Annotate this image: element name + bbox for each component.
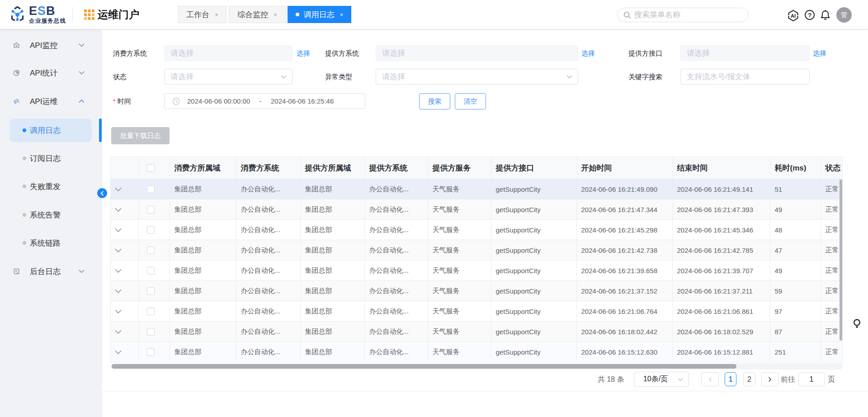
pagination-page-1[interactable]: 1 [725, 372, 736, 386]
sidebar-subitem-subscribe-logs[interactable]: 订阅日志 [0, 147, 102, 170]
vertical-scrollbar[interactable] [840, 180, 842, 341]
tab-close-icon[interactable]: × [215, 11, 218, 18]
table-row[interactable]: 集团总部 办公自动化... 集团总部 办公自动化... 天气服务 getSupp… [111, 281, 843, 301]
horizontal-scrollbar[interactable] [112, 364, 736, 369]
cell-provider-domain: 集团总部 [300, 220, 364, 240]
expand-chevron-icon[interactable] [115, 187, 122, 192]
expand-cell[interactable] [111, 261, 138, 281]
select-cell[interactable] [138, 199, 170, 220]
select-cell[interactable] [138, 322, 170, 342]
sidebar-collapse-button[interactable] [97, 188, 107, 198]
sidebar-item-api-monitor[interactable]: API监控 [0, 36, 102, 54]
tab-close-icon[interactable]: × [274, 11, 277, 18]
provider-system-select-link[interactable]: 选择 [581, 45, 595, 61]
clear-button[interactable]: 清空 [455, 93, 486, 109]
select-cell[interactable] [138, 261, 170, 281]
cell-provider-domain: 集团总部 [300, 240, 364, 261]
menu-search-input[interactable] [634, 10, 738, 19]
expand-cell[interactable] [111, 342, 138, 362]
sidebar-item-api-stats[interactable]: API统计 [0, 64, 102, 82]
table-row[interactable]: 集团总部 办公自动化... 集团总部 办公自动化... 天气服务 getSupp… [111, 342, 843, 362]
keyword-input[interactable]: 支持流水号/报文体 [680, 69, 810, 85]
expand-chevron-icon[interactable] [115, 228, 122, 232]
table-row[interactable]: 集团总部 办公自动化... 集团总部 办公自动化... 天气服务 getSupp… [111, 322, 843, 342]
expand-chevron-icon[interactable] [115, 309, 122, 314]
help-icon[interactable]: ? [804, 9, 815, 20]
expand-chevron-icon[interactable] [115, 330, 122, 334]
tab-monitoring[interactable]: 综合监控 × [229, 6, 286, 23]
status-select[interactable]: 请选择 [164, 69, 292, 85]
sidebar-subitem-system-alerts[interactable]: 系统告警 [0, 203, 102, 227]
time-range-picker[interactable]: 2024-06-06 00:00:00 - 2024-06-06 16:25:4… [164, 93, 365, 109]
table-row[interactable]: 集团总部 办公自动化... 集团总部 办公自动化... 天气服务 getSupp… [111, 220, 843, 240]
menu-search[interactable] [617, 8, 749, 22]
select-all-checkbox[interactable] [147, 164, 155, 172]
provider-interface-input[interactable]: 请选择 [680, 45, 810, 61]
expand-cell[interactable] [111, 199, 138, 220]
cell-provider-system: 办公自动化... [364, 342, 428, 362]
sidebar-subitem-call-logs[interactable]: 调用日志 [9, 118, 92, 142]
pagination-page-2[interactable]: 2 [743, 372, 755, 386]
exception-type-select[interactable]: 请选择 [376, 69, 578, 85]
table-row[interactable]: 集团总部 办公自动化... 集团总部 办公自动化... 天气服务 getSupp… [111, 261, 843, 281]
row-checkbox[interactable] [147, 308, 155, 315]
row-checkbox[interactable] [147, 348, 155, 356]
cell-duration: 49 [770, 261, 821, 281]
tab-workbench[interactable]: 工作台 × [178, 6, 226, 23]
table-row[interactable]: 集团总部 办公自动化... 集团总部 办公自动化... 天气服务 getSupp… [111, 179, 843, 199]
pagination-next-button[interactable] [761, 372, 778, 386]
sidebar-item-backend-logs[interactable]: 后台日志 [0, 262, 102, 280]
select-cell[interactable] [138, 281, 170, 301]
expand-cell[interactable] [111, 240, 138, 261]
table-row[interactable]: 集团总部 办公自动化... 集团总部 办公自动化... 天气服务 getSupp… [111, 199, 843, 220]
tab-close-icon[interactable]: × [340, 11, 344, 18]
expand-chevron-icon[interactable] [115, 248, 122, 253]
user-avatar[interactable]: 管 [836, 7, 852, 23]
expand-chevron-icon[interactable] [115, 208, 122, 212]
expand-cell[interactable] [111, 322, 138, 342]
cell-consumer-system: 办公自动化... [236, 220, 300, 240]
bell-icon[interactable] [820, 9, 830, 21]
row-checkbox[interactable] [147, 328, 155, 336]
lightbulb-icon[interactable] [853, 319, 861, 330]
select-cell[interactable] [138, 342, 170, 362]
ai-assistant-icon[interactable]: AI [787, 9, 799, 22]
row-checkbox[interactable] [147, 226, 155, 234]
row-checkbox[interactable] [147, 185, 155, 193]
row-checkbox[interactable] [147, 287, 155, 295]
row-checkbox[interactable] [147, 246, 155, 254]
pagination-goto-input[interactable]: 1 [798, 372, 825, 386]
row-checkbox[interactable] [147, 206, 155, 213]
expand-cell[interactable] [111, 179, 138, 199]
expand-chevron-icon[interactable] [115, 289, 122, 294]
batch-download-button[interactable]: 批量下载日志 [111, 127, 170, 144]
cell-end-time: 2024-06-06 16:21:45.346 [672, 220, 770, 240]
expand-chevron-icon[interactable] [115, 269, 122, 273]
provider-system-input[interactable]: 请选择 [376, 45, 578, 61]
page-size-select[interactable]: 10条/页 [634, 372, 689, 387]
expand-cell[interactable] [111, 220, 138, 240]
row-checkbox[interactable] [147, 267, 155, 275]
pagination-prev-button[interactable] [701, 372, 719, 386]
tab-label: 综合监控 [237, 9, 268, 20]
bullet-dot [23, 213, 26, 217]
search-button[interactable]: 搜索 [419, 93, 450, 109]
expand-cell[interactable] [111, 301, 138, 322]
select-cell[interactable] [138, 220, 170, 240]
sidebar-subitem-system-links[interactable]: 系统链路 [0, 231, 102, 255]
provider-interface-select-link[interactable]: 选择 [813, 45, 826, 61]
select-cell[interactable] [138, 240, 170, 261]
tab-call-logs[interactable]: 调用日志 × [288, 6, 351, 23]
select-cell[interactable] [138, 179, 170, 199]
select-cell[interactable] [138, 301, 170, 322]
consumer-system-input[interactable]: 请选择 [164, 45, 292, 61]
time-start-value[interactable]: 2024-06-06 00:00:00 [187, 97, 250, 105]
expand-cell[interactable] [111, 281, 138, 301]
time-end-value[interactable]: 2024-06-06 16:25:46 [271, 97, 334, 105]
table-row[interactable]: 集团总部 办公自动化... 集团总部 办公自动化... 天气服务 getSupp… [111, 301, 843, 322]
consumer-system-select-link[interactable]: 选择 [297, 45, 310, 61]
expand-chevron-icon[interactable] [115, 350, 122, 355]
sidebar-subitem-retry[interactable]: 失败重发 [0, 175, 102, 198]
sidebar-item-api-ops[interactable]: API运维 [0, 92, 102, 110]
table-row[interactable]: 集团总部 办公自动化... 集团总部 办公自动化... 天气服务 getSupp… [111, 240, 843, 261]
